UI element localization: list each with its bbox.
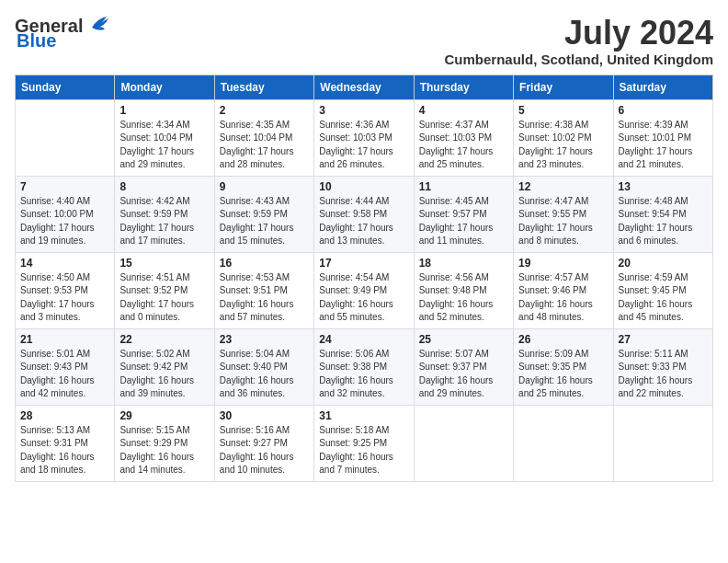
day-number: 17 [319,257,408,270]
logo-text-blue: Blue [17,31,56,50]
calendar-cell: 27Sunrise: 5:11 AM Sunset: 9:33 PM Dayli… [613,328,712,405]
weekday-header-friday: Friday [514,75,613,99]
calendar-cell: 22Sunrise: 5:02 AM Sunset: 9:42 PM Dayli… [115,328,214,405]
cell-info: Sunrise: 5:01 AM Sunset: 9:43 PM Dayligh… [20,348,109,401]
day-number: 8 [119,180,209,193]
calendar-cell: 21Sunrise: 5:01 AM Sunset: 9:43 PM Dayli… [16,328,115,405]
cell-info: Sunrise: 5:06 AM Sunset: 9:38 PM Dayligh… [319,348,408,401]
cell-info: Sunrise: 5:02 AM Sunset: 9:42 PM Dayligh… [119,348,209,401]
day-number: 20 [619,257,708,270]
calendar-cell: 31Sunrise: 5:18 AM Sunset: 9:25 PM Dayli… [314,405,414,481]
cell-info: Sunrise: 4:50 AM Sunset: 9:53 PM Dayligh… [20,271,109,325]
day-number: 23 [220,333,309,346]
weekday-header-sunday: Sunday [16,75,115,99]
calendar-cell: 1Sunrise: 4:34 AM Sunset: 10:04 PM Dayli… [115,99,214,176]
calendar-cell: 14Sunrise: 4:50 AM Sunset: 9:53 PM Dayli… [16,252,115,328]
calendar-cell [16,99,115,176]
calendar-cell: 9Sunrise: 4:43 AM Sunset: 9:59 PM Daylig… [214,176,313,252]
day-number: 22 [119,333,209,346]
day-number: 5 [518,104,608,117]
cell-info: Sunrise: 4:48 AM Sunset: 9:54 PM Dayligh… [619,195,708,248]
day-number: 21 [20,333,109,346]
day-number: 11 [419,180,508,193]
day-number: 19 [518,257,608,270]
day-number: 15 [119,257,209,270]
calendar-cell: 23Sunrise: 5:04 AM Sunset: 9:40 PM Dayli… [214,328,313,405]
day-number: 26 [518,333,608,346]
day-number: 7 [20,180,109,193]
cell-info: Sunrise: 4:43 AM Sunset: 9:59 PM Dayligh… [220,195,309,248]
cell-info: Sunrise: 4:36 AM Sunset: 10:03 PM Daylig… [319,119,408,172]
cell-info: Sunrise: 4:54 AM Sunset: 9:49 PM Dayligh… [319,271,408,325]
day-number: 29 [119,409,209,422]
calendar-cell: 4Sunrise: 4:37 AM Sunset: 10:03 PM Dayli… [414,99,513,176]
weekday-header-saturday: Saturday [613,75,712,99]
calendar-cell: 3Sunrise: 4:36 AM Sunset: 10:03 PM Dayli… [314,99,414,176]
cell-info: Sunrise: 5:16 AM Sunset: 9:27 PM Dayligh… [220,424,309,477]
day-number: 3 [319,104,408,117]
cell-info: Sunrise: 5:07 AM Sunset: 9:37 PM Dayligh… [419,348,508,401]
calendar-cell: 6Sunrise: 4:39 AM Sunset: 10:01 PM Dayli… [613,99,712,176]
cell-info: Sunrise: 5:11 AM Sunset: 9:33 PM Dayligh… [619,348,708,401]
cell-info: Sunrise: 4:47 AM Sunset: 9:55 PM Dayligh… [518,195,608,248]
calendar-cell: 16Sunrise: 4:53 AM Sunset: 9:51 PM Dayli… [214,252,313,328]
title-area: July 2024 Cumbernauld, Scotland, United … [445,15,714,67]
calendar-table: SundayMondayTuesdayWednesdayThursdayFrid… [15,75,713,482]
cell-info: Sunrise: 4:45 AM Sunset: 9:57 PM Dayligh… [419,195,508,248]
cell-info: Sunrise: 5:15 AM Sunset: 9:29 PM Dayligh… [119,424,209,477]
day-number: 13 [619,180,708,193]
weekday-header-row: SundayMondayTuesdayWednesdayThursdayFrid… [16,75,713,99]
day-number: 2 [220,104,309,117]
day-number: 18 [419,257,508,270]
calendar-cell [414,405,513,481]
calendar-cell: 13Sunrise: 4:48 AM Sunset: 9:54 PM Dayli… [613,176,712,252]
day-number: 6 [619,104,708,117]
day-number: 14 [20,257,109,270]
cell-info: Sunrise: 4:51 AM Sunset: 9:52 PM Dayligh… [119,271,209,325]
day-number: 27 [619,333,708,346]
cell-info: Sunrise: 5:18 AM Sunset: 9:25 PM Dayligh… [319,424,408,477]
cell-info: Sunrise: 5:09 AM Sunset: 9:35 PM Dayligh… [518,348,608,401]
calendar-week-row: 21Sunrise: 5:01 AM Sunset: 9:43 PM Dayli… [16,328,713,405]
calendar-cell: 17Sunrise: 4:54 AM Sunset: 9:49 PM Dayli… [314,252,414,328]
day-number: 31 [319,409,408,422]
calendar-cell: 10Sunrise: 4:44 AM Sunset: 9:58 PM Dayli… [314,176,414,252]
day-number: 10 [319,180,408,193]
calendar-cell: 8Sunrise: 4:42 AM Sunset: 9:59 PM Daylig… [115,176,214,252]
cell-info: Sunrise: 4:39 AM Sunset: 10:01 PM Daylig… [619,119,708,172]
logo-bird-icon [85,11,110,37]
cell-info: Sunrise: 4:56 AM Sunset: 9:48 PM Dayligh… [419,271,508,325]
logo: General Blue [15,15,110,50]
calendar-cell: 5Sunrise: 4:38 AM Sunset: 10:02 PM Dayli… [514,99,613,176]
calendar-cell: 18Sunrise: 4:56 AM Sunset: 9:48 PM Dayli… [414,252,513,328]
calendar-week-row: 1Sunrise: 4:34 AM Sunset: 10:04 PM Dayli… [16,99,713,176]
day-number: 16 [220,257,309,270]
weekday-header-thursday: Thursday [414,75,513,99]
calendar-cell: 11Sunrise: 4:45 AM Sunset: 9:57 PM Dayli… [414,176,513,252]
day-number: 9 [220,180,309,193]
cell-info: Sunrise: 4:34 AM Sunset: 10:04 PM Daylig… [119,119,209,172]
day-number: 12 [518,180,608,193]
cell-info: Sunrise: 4:37 AM Sunset: 10:03 PM Daylig… [419,119,508,172]
day-number: 1 [119,104,209,117]
month-year-title: July 2024 [445,15,714,52]
cell-info: Sunrise: 4:38 AM Sunset: 10:02 PM Daylig… [518,119,608,172]
cell-info: Sunrise: 5:04 AM Sunset: 9:40 PM Dayligh… [220,348,309,401]
calendar-cell: 28Sunrise: 5:13 AM Sunset: 9:31 PM Dayli… [16,405,115,481]
cell-info: Sunrise: 4:57 AM Sunset: 9:46 PM Dayligh… [518,271,608,325]
location-subtitle: Cumbernauld, Scotland, United Kingdom [445,52,714,67]
calendar-cell: 25Sunrise: 5:07 AM Sunset: 9:37 PM Dayli… [414,328,513,405]
weekday-header-wednesday: Wednesday [314,75,414,99]
weekday-header-tuesday: Tuesday [214,75,313,99]
calendar-cell: 7Sunrise: 4:40 AM Sunset: 10:00 PM Dayli… [16,176,115,252]
calendar-cell: 2Sunrise: 4:35 AM Sunset: 10:04 PM Dayli… [214,99,313,176]
cell-info: Sunrise: 5:13 AM Sunset: 9:31 PM Dayligh… [20,424,109,477]
cell-info: Sunrise: 4:59 AM Sunset: 9:45 PM Dayligh… [619,271,708,325]
header: General Blue July 2024 Cumbernauld, Scot… [15,15,713,67]
calendar-cell: 26Sunrise: 5:09 AM Sunset: 9:35 PM Dayli… [514,328,613,405]
calendar-cell: 30Sunrise: 5:16 AM Sunset: 9:27 PM Dayli… [214,405,313,481]
calendar-cell: 19Sunrise: 4:57 AM Sunset: 9:46 PM Dayli… [514,252,613,328]
day-number: 30 [220,409,309,422]
cell-info: Sunrise: 4:40 AM Sunset: 10:00 PM Daylig… [20,195,109,248]
cell-info: Sunrise: 4:42 AM Sunset: 9:59 PM Dayligh… [119,195,209,248]
